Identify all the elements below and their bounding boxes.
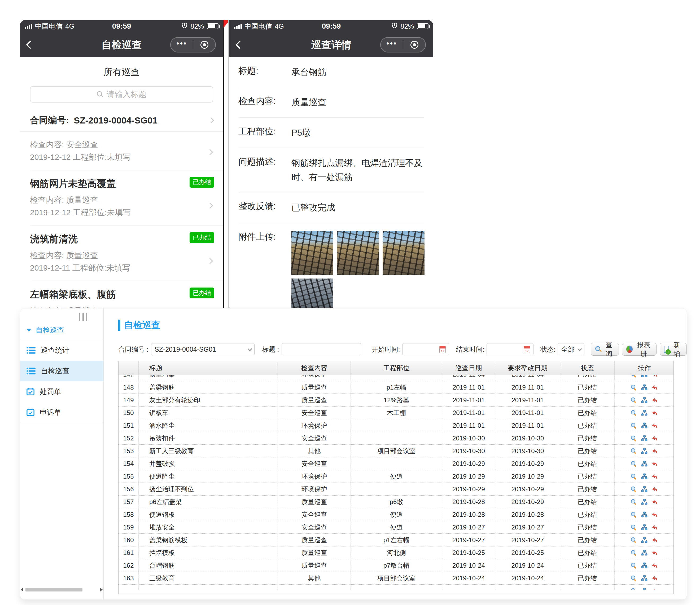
view-icon[interactable]: [630, 486, 637, 493]
inspection-list-item[interactable]: 浇筑前清洗 已办结 检查内容: 质量巡查 2019-12-11 工程部位:未填写: [20, 226, 223, 281]
query-button[interactable]: 查询: [591, 343, 619, 356]
table-row[interactable]: 150锯板车安全巡查木工棚2019-11-012019-11-01已办结: [119, 406, 674, 419]
sidebar-item-self-inspection[interactable]: 自检巡查: [20, 361, 103, 382]
flow-icon[interactable]: [641, 448, 648, 454]
table-row[interactable]: 158便道钢板安全巡查便道2019-10-282019-10-28已办结: [119, 508, 674, 521]
table-row[interactable]: 157p6左幅盖梁质量巡查p6墩2019-10-282019-10-29已办结: [119, 495, 674, 508]
header-rectify-date[interactable]: 要求整改日期: [495, 361, 560, 375]
flow-icon[interactable]: [641, 511, 648, 518]
return-icon[interactable]: [651, 575, 658, 582]
return-icon[interactable]: [651, 448, 658, 454]
table-row[interactable]: 154井盖破损安全巡查2019-10-292019-10-29已办结: [119, 457, 674, 470]
flow-icon[interactable]: [641, 587, 648, 590]
flow-icon[interactable]: [641, 384, 648, 391]
return-icon[interactable]: [651, 536, 658, 544]
view-icon[interactable]: [630, 473, 637, 480]
return-icon[interactable]: [651, 410, 658, 416]
scroll-right-icon[interactable]: [100, 587, 103, 592]
return-icon[interactable]: [651, 524, 658, 531]
scrollbar-thumb[interactable]: [25, 588, 82, 591]
add-new-button[interactable]: 新增: [660, 343, 687, 356]
flow-icon[interactable]: [641, 575, 648, 582]
table-row[interactable]: 153新工人三级教育其他项目部会议室2019-10-302019-10-30已办…: [119, 444, 674, 457]
return-icon[interactable]: [651, 486, 658, 493]
inspection-list-item[interactable]: 检查内容: 安全巡查 2019-12-12 工程部位:未填写: [20, 132, 223, 170]
header-inspect-date[interactable]: 巡查日期: [442, 361, 495, 375]
flow-icon[interactable]: [641, 422, 648, 429]
end-date-input[interactable]: [490, 343, 524, 355]
table-row[interactable]: 163三级教育其他项目部会议室2019-10-242019-10-24已办结: [119, 572, 674, 584]
flow-icon[interactable]: [641, 460, 648, 467]
return-icon[interactable]: [651, 435, 658, 442]
table-row[interactable]: 148盖梁钢筋质量巡查p1左幅2019-11-012019-11-01已办结: [119, 381, 674, 394]
header-title[interactable]: 标题: [139, 361, 278, 375]
flow-icon[interactable]: [641, 397, 648, 403]
table-row[interactable]: 162台帽钢筋质量巡查p7墩台帽2019-10-242019-10-24已办结: [119, 559, 674, 572]
table-row[interactable]: 149灰土部分有轮迹印质量巡查12%路基2019-11-012019-11-01…: [119, 394, 674, 406]
attachment-photo[interactable]: [337, 231, 379, 275]
flow-icon[interactable]: [641, 435, 648, 442]
table-row[interactable]: 147扬尘污染环境保护2019-11-042019-11-04已办结: [119, 375, 674, 381]
flow-icon[interactable]: [641, 486, 648, 493]
view-icon[interactable]: [630, 448, 637, 454]
exit-icon[interactable]: [403, 41, 425, 49]
view-icon[interactable]: [630, 435, 637, 442]
flow-icon[interactable]: [641, 473, 648, 480]
table-row[interactable]: 156扬尘治理不到位环境保护2019-10-292019-10-29已办结: [119, 482, 674, 495]
title-input[interactable]: [285, 343, 357, 355]
horizontal-scrollbar[interactable]: [21, 587, 103, 592]
return-icon[interactable]: [651, 587, 658, 590]
return-icon[interactable]: [651, 511, 658, 518]
exit-icon[interactable]: [193, 41, 215, 49]
return-icon[interactable]: [651, 549, 658, 556]
sidebar-item-inspection-stats[interactable]: 巡查统计: [20, 340, 103, 361]
header-status[interactable]: 状态: [560, 361, 614, 375]
return-icon[interactable]: [651, 460, 658, 467]
return-icon[interactable]: [651, 473, 658, 480]
inspection-list-item[interactable]: 左幅箱梁底板、腹筋 已办结 检查内容: 质量巡查 2019-12-11 工程部位…: [20, 281, 223, 309]
view-icon[interactable]: [630, 384, 637, 391]
table-row[interactable]: 151洒水降尘环境保护2019-11-012019-11-01已办结: [119, 419, 674, 432]
table-row[interactable]: 155便道降尘环境保护便道2019-10-292019-10-29已办结: [119, 470, 674, 482]
flow-icon[interactable]: [641, 549, 648, 556]
view-icon[interactable]: [630, 536, 637, 544]
view-icon[interactable]: [630, 511, 637, 518]
view-icon[interactable]: [630, 524, 637, 531]
flow-icon[interactable]: [641, 410, 648, 416]
flow-icon[interactable]: [641, 524, 648, 531]
calendar-icon[interactable]: [439, 346, 446, 353]
return-icon[interactable]: [651, 562, 658, 569]
sidebar-tree-root[interactable]: 自检巡查: [20, 309, 103, 340]
view-icon[interactable]: [630, 410, 637, 416]
more-icon[interactable]: •••: [171, 40, 193, 50]
return-icon[interactable]: [651, 384, 658, 391]
header-project-part[interactable]: 工程部位: [351, 361, 442, 375]
sidebar-item-penalty[interactable]: 处罚单: [20, 382, 103, 402]
view-icon[interactable]: [630, 375, 637, 378]
attachment-photo[interactable]: [292, 231, 333, 275]
flow-icon[interactable]: [641, 375, 648, 378]
table-row[interactable]: [119, 584, 674, 589]
flow-icon[interactable]: [641, 562, 648, 569]
view-icon[interactable]: [630, 562, 637, 569]
table-row[interactable]: 152吊装扣件安全巡查2019-10-302019-10-30已办结: [119, 432, 674, 444]
attachment-photo[interactable]: [292, 279, 333, 308]
report-book-button[interactable]: 报表册: [622, 343, 656, 356]
start-date-input[interactable]: [406, 343, 439, 355]
sidebar-item-appeal[interactable]: 申诉单: [20, 402, 103, 423]
table-row[interactable]: 161挡墙模板质量巡查河北侧2019-10-252019-10-25已办结: [119, 546, 674, 559]
view-icon[interactable]: [630, 498, 637, 505]
search-input[interactable]: 请输入标题: [30, 86, 213, 103]
view-icon[interactable]: [630, 587, 637, 590]
contract-select[interactable]: SZ-2019-0004-SG01: [151, 343, 255, 356]
view-icon[interactable]: [630, 549, 637, 556]
return-icon[interactable]: [651, 422, 658, 429]
flow-icon[interactable]: [641, 498, 648, 505]
view-icon[interactable]: [630, 397, 637, 403]
table-row[interactable]: 159堆放安全安全巡查便道2019-10-272019-10-27已办结: [119, 521, 674, 533]
inspection-list-item[interactable]: 钢筋网片未垫高覆盖 已办结 检查内容: 质量巡查 2019-12-12 工程部位…: [20, 170, 223, 226]
contract-selector[interactable]: 合同编号: SZ-2019-0004-SG01: [20, 109, 223, 132]
view-icon[interactable]: [630, 422, 637, 429]
status-select[interactable]: 全部: [558, 343, 584, 356]
table-row[interactable]: 160盖梁钢筋模板质量巡查p1左右幅2019-10-272019-10-27已办…: [119, 533, 674, 546]
